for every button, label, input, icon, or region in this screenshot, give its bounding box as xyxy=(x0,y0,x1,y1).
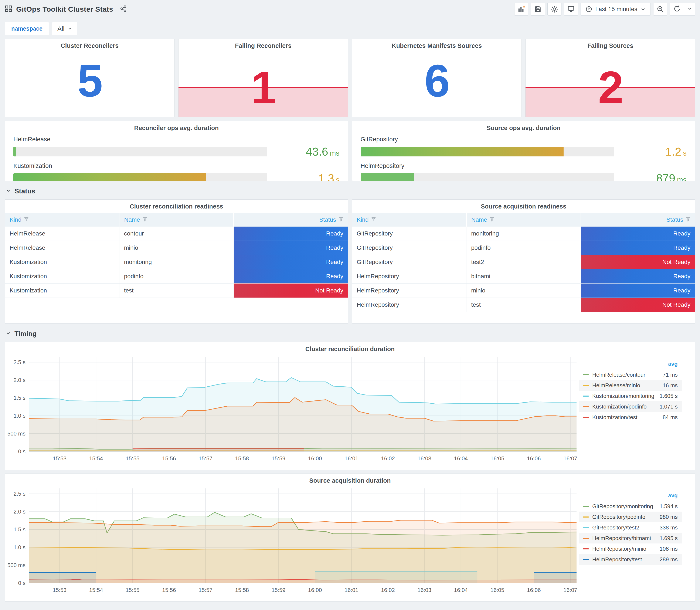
panel-title[interactable]: Failing Reconcilers xyxy=(179,39,348,49)
table-cell: Kustomization xyxy=(5,284,119,298)
series-name: HelmRepository/test xyxy=(592,556,660,563)
table-cell: GitRepository xyxy=(352,241,467,255)
legend-item[interactable]: Kustomization/test84 ms xyxy=(579,412,682,422)
series-color-swatch xyxy=(583,396,589,397)
legend-item[interactable]: HelmRepository/minio108 ms xyxy=(579,544,682,554)
legend-avg-header[interactable]: avg xyxy=(579,492,682,501)
filter-icon[interactable] xyxy=(686,216,690,223)
table-row: GitRepositorypodinfoReady xyxy=(352,241,695,255)
panel-title[interactable]: Failing Sources xyxy=(525,39,695,49)
dashboard-grid-icon[interactable] xyxy=(5,5,12,13)
gauge-panels-row: Reconciler ops avg. duration HelmRelease… xyxy=(5,121,695,181)
table-row: HelmRepositorytestNot Ready xyxy=(352,298,695,312)
series-name: HelmRepository/bitnami xyxy=(592,535,660,542)
legend-item[interactable]: Kustomization/podinfo1.071 s xyxy=(579,401,682,412)
variable-namespace-value-dropdown[interactable]: All xyxy=(52,22,77,35)
series-area xyxy=(29,573,96,583)
svg-text:0 s: 0 s xyxy=(18,448,26,455)
filter-icon[interactable] xyxy=(24,216,29,223)
gauge-panel-reconciler-ops: Reconciler ops avg. duration HelmRelease… xyxy=(5,121,348,181)
legend-avg-header[interactable]: avg xyxy=(579,360,682,369)
save-dashboard-button[interactable] xyxy=(531,3,545,16)
svg-text:15:59: 15:59 xyxy=(272,455,286,462)
series-area xyxy=(133,448,304,451)
table-panel-source-readiness: Source acquisition readiness KindNameSta… xyxy=(352,199,696,323)
panel-title[interactable]: Reconciler ops avg. duration xyxy=(13,121,340,131)
time-series-plot[interactable]: 0 s500 ms1.0 s1.5 s2.0 s2.5 s15:5315:541… xyxy=(5,353,579,470)
section-status-label: Status xyxy=(14,187,35,195)
legend-item[interactable]: HelmRelease/minio16 ms xyxy=(579,380,682,391)
gauge-track xyxy=(361,147,615,157)
legend-item[interactable]: GitRepository/test2338 ms xyxy=(579,522,682,533)
gauge-value: 1.2s xyxy=(623,145,687,158)
panel-title[interactable]: Cluster Reconcilers xyxy=(5,39,175,49)
gauge-track xyxy=(13,147,267,157)
status-badge: Ready xyxy=(581,269,695,283)
svg-text:16:07: 16:07 xyxy=(563,455,577,462)
table-cell: HelmRepository xyxy=(352,269,467,283)
svg-text:15:57: 15:57 xyxy=(199,587,212,593)
panel-title[interactable]: Cluster reconciliation duration xyxy=(5,342,695,353)
gauge-value: 879ms xyxy=(623,172,687,181)
gauge-label: HelmRepository xyxy=(361,162,687,170)
svg-text:15:56: 15:56 xyxy=(162,587,176,593)
series-color-swatch xyxy=(583,385,589,386)
cycle-view-icon xyxy=(567,5,575,13)
series-color-swatch xyxy=(583,374,589,375)
refresh-dashboard-button[interactable] xyxy=(670,3,684,15)
zoom-out-time-button[interactable] xyxy=(653,3,667,16)
cycle-view-button[interactable] xyxy=(564,3,578,16)
status-badge: Ready xyxy=(234,241,348,255)
stat-value: 1 xyxy=(179,65,348,110)
time-series-plot[interactable]: 0 s500 ms1.0 s1.5 s2.0 s2.5 s15:5315:541… xyxy=(5,484,579,601)
column-header-name[interactable]: Name xyxy=(467,213,581,227)
table-row: KustomizationtestNot Ready xyxy=(5,284,348,298)
refresh-interval-dropdown[interactable] xyxy=(684,3,695,15)
series-color-swatch xyxy=(583,406,589,407)
panel-title[interactable]: Source acquisition readiness xyxy=(352,199,695,210)
svg-text:16:04: 16:04 xyxy=(454,587,468,593)
svg-text:0 s: 0 s xyxy=(18,580,26,586)
filter-icon[interactable] xyxy=(143,216,147,223)
table-row: HelmReleaseminioReady xyxy=(5,241,348,255)
legend-item[interactable]: Kustomization/monitoring1.605 s xyxy=(579,391,682,401)
svg-text:15:54: 15:54 xyxy=(89,455,103,462)
share-icon[interactable] xyxy=(120,5,127,13)
series-color-swatch xyxy=(583,527,589,528)
legend-item[interactable]: GitRepository/monitoring1.594 s xyxy=(579,501,682,512)
legend-item[interactable]: HelmRepository/bitnami1.695 s xyxy=(579,533,682,544)
series-avg-value: 84 ms xyxy=(663,414,678,421)
gauge-panel-source-ops: Source ops avg. duration GitRepository 1… xyxy=(352,121,696,181)
gauge-value: 1.3s xyxy=(276,172,340,181)
series-avg-value: 338 ms xyxy=(660,524,678,531)
column-header-kind[interactable]: Kind xyxy=(5,213,119,227)
dashboard-settings-button[interactable] xyxy=(548,3,561,16)
panel-title[interactable]: Kubernetes Manifests Sources xyxy=(352,39,522,49)
panel-title[interactable]: Source ops avg. duration xyxy=(361,121,687,131)
series-name: HelmRelease/contour xyxy=(592,371,663,378)
series-avg-value: 1.695 s xyxy=(660,535,678,542)
series-name: Kustomization/monitoring xyxy=(592,393,660,399)
svg-text:1.5 s: 1.5 s xyxy=(14,395,26,401)
status-badge: Ready xyxy=(234,227,348,241)
legend-item[interactable]: HelmRelease/contour71 ms xyxy=(579,369,682,380)
filter-icon[interactable] xyxy=(490,216,494,223)
column-header-kind[interactable]: Kind xyxy=(352,213,467,227)
time-range-picker[interactable]: Last 15 minutes xyxy=(581,3,651,16)
column-header-status[interactable]: Status xyxy=(581,213,695,227)
panel-title[interactable]: Source acquisition duration xyxy=(5,474,695,484)
legend-item[interactable]: GitRepository/podinfo980 ms xyxy=(579,512,682,522)
section-timing-toggle[interactable]: Timing xyxy=(5,330,695,338)
filter-icon[interactable] xyxy=(339,216,343,223)
section-status-toggle[interactable]: Status xyxy=(5,187,695,195)
filter-icon[interactable] xyxy=(371,216,376,223)
add-panel-button[interactable] xyxy=(514,3,528,16)
table-panel-cluster-readiness: Cluster reconciliation readiness KindNam… xyxy=(5,199,348,323)
column-header-name[interactable]: Name xyxy=(119,213,234,227)
panel-title[interactable]: Cluster reconciliation readiness xyxy=(5,199,348,210)
table-cell: Kustomization xyxy=(5,269,119,283)
chevron-down-icon xyxy=(5,187,11,195)
column-header-status[interactable]: Status xyxy=(234,213,348,227)
variable-namespace-label[interactable]: namespace xyxy=(5,22,49,35)
legend-item[interactable]: HelmRepository/test289 ms xyxy=(579,554,682,565)
